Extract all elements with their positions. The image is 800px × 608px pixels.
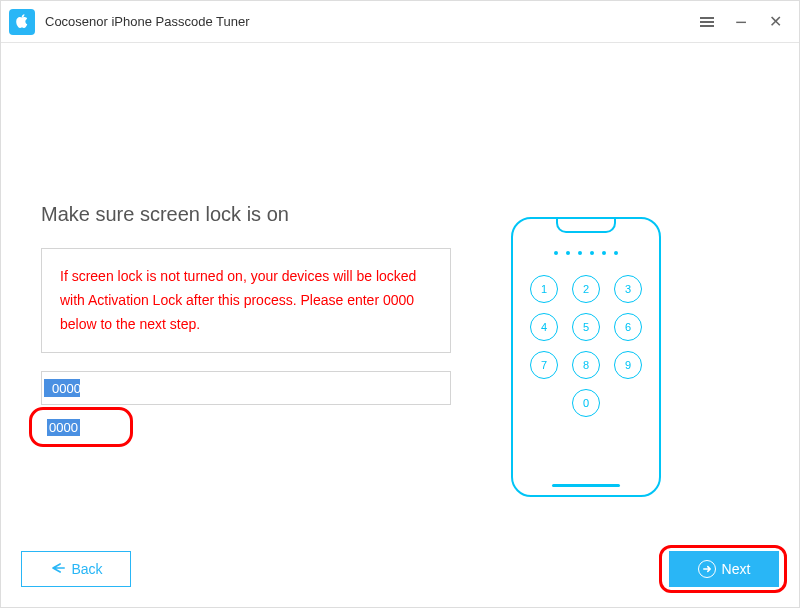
minimize-icon[interactable]: − xyxy=(733,14,749,30)
passcode-input-value: 0000 xyxy=(47,419,80,436)
back-arrow-icon xyxy=(49,561,65,578)
home-indicator xyxy=(552,484,620,487)
key-8: 8 xyxy=(572,351,600,379)
key-2: 2 xyxy=(572,275,600,303)
warning-box: If screen lock is not turned on, your de… xyxy=(41,248,451,353)
next-arrow-icon xyxy=(698,560,716,578)
footer: Back Next xyxy=(1,551,799,587)
phone-frame: 1 2 3 4 5 6 7 8 9 0 xyxy=(511,217,661,497)
app-logo xyxy=(9,9,35,35)
key-0: 0 xyxy=(572,389,600,417)
menu-icon[interactable] xyxy=(699,14,715,30)
key-4: 4 xyxy=(530,313,558,341)
phone-notch xyxy=(556,219,616,233)
back-button-label: Back xyxy=(71,561,102,577)
key-9: 9 xyxy=(614,351,642,379)
key-1: 1 xyxy=(530,275,558,303)
content-area: Make sure screen lock is on If screen lo… xyxy=(1,43,799,535)
apple-icon xyxy=(14,13,30,31)
close-icon[interactable]: ✕ xyxy=(767,14,783,30)
keypad: 1 2 3 4 5 6 7 8 9 0 xyxy=(530,275,642,417)
key-6: 6 xyxy=(614,313,642,341)
app-title: Cocosenor iPhone Passcode Tuner xyxy=(45,14,699,29)
left-column: Make sure screen lock is on If screen lo… xyxy=(41,203,451,405)
pin-dots xyxy=(554,251,618,255)
window-controls: − ✕ xyxy=(699,14,791,30)
passcode-input[interactable] xyxy=(41,371,451,405)
phone-illustration: 1 2 3 4 5 6 7 8 9 0 xyxy=(511,217,661,497)
back-button[interactable]: Back xyxy=(21,551,131,587)
next-button-label: Next xyxy=(722,561,751,577)
key-7: 7 xyxy=(530,351,558,379)
titlebar: Cocosenor iPhone Passcode Tuner − ✕ xyxy=(1,1,799,43)
page-heading: Make sure screen lock is on xyxy=(41,203,451,226)
key-3: 3 xyxy=(614,275,642,303)
next-button[interactable]: Next xyxy=(669,551,779,587)
key-5: 5 xyxy=(572,313,600,341)
